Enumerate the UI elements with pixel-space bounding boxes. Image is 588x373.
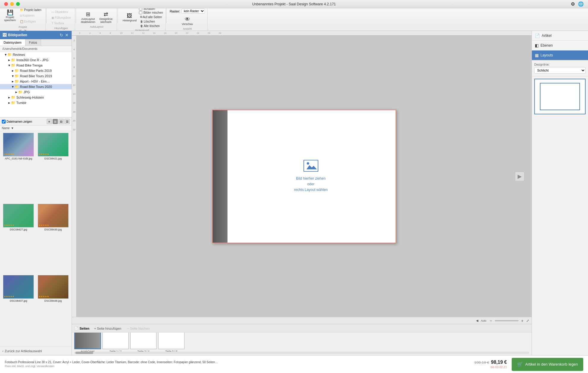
thumb-item-5[interactable]: ★★★★★ DSC08437.jpg xyxy=(2,275,35,345)
thumb-item-4[interactable]: ★★★★★ DSC08430.jpg xyxy=(37,204,70,274)
zoom-fit-icon[interactable]: ⤢ xyxy=(526,319,529,323)
tree-item-road-bike-tours-2020[interactable]: ▾ 📁 Road Bike Tours 2020 xyxy=(0,84,72,89)
thumb-stars-4: ★★★★★ xyxy=(39,224,49,227)
hintergrund-icon: 🖼 xyxy=(127,13,132,18)
zoom-in-button[interactable]: + xyxy=(520,318,524,323)
projekt-speichern-button[interactable]: 💾 Projekt speichern xyxy=(2,9,18,23)
autolayout-deaktivieren-button[interactable]: ⊞ AutoLayout deaktivieren xyxy=(79,11,97,24)
tree-item-tumblr[interactable]: ▸ 📁 Tumblr xyxy=(0,100,72,105)
view-list-button[interactable]: ☰ xyxy=(64,119,70,124)
tree-item-road-bike-tours-2019[interactable]: ▾ 📁 Road Bike Tours 2019 xyxy=(0,73,72,79)
loeschen-button[interactable]: 🗑 Löschen xyxy=(139,20,163,23)
raster-select[interactable]: kein Raster 5mm 10mm xyxy=(181,9,205,14)
alle-loeschen-button[interactable]: 🗑 Alle löschen xyxy=(139,24,163,28)
back-to-articles-link[interactable]: ‹ Zurück zur Artikelauswahl xyxy=(0,347,72,355)
folder-icon: 📁 xyxy=(11,95,15,99)
tree-item-aiport[interactable]: ▸ 📁 Aiport - HSV - Eim… xyxy=(0,79,72,84)
hinzufuegen-row: ▭ Objektbox ▣ Füllungsbox T Textbox xyxy=(50,10,72,26)
page-thumb-img-1-2 xyxy=(102,333,129,349)
raster-label: Raster: xyxy=(170,10,180,13)
textbox-button[interactable]: T Textbox xyxy=(50,21,72,26)
thumb-item-2[interactable]: ★★★★★ DSC08421.jpg xyxy=(37,133,70,203)
thumb-label-2: DSC08421.jpg xyxy=(44,157,62,160)
sidebar-refresh-button[interactable]: ↻ xyxy=(60,33,63,37)
layout-preview[interactable] xyxy=(534,79,586,114)
sidebar-close-button[interactable]: ✕ xyxy=(64,33,69,37)
page-thumb-img-5-6 xyxy=(158,333,185,349)
page-thumb-img-3-4 xyxy=(130,333,157,349)
pages-header: 📄 Seiten + Seite hinzufügen − Seite lösc… xyxy=(72,324,532,333)
close-button[interactable] xyxy=(4,2,8,6)
ruler-mark-12: 12 xyxy=(72,83,76,92)
file-tree: ▾ 📁 Reviews ▸ 📁 Insta360 One R - JPG ▾ 📁… xyxy=(0,52,72,117)
pages-scrollbar[interactable] xyxy=(74,352,529,354)
kopieren-button[interactable]: ⧉ Kopieren xyxy=(18,13,43,18)
fuellungsbox-button[interactable]: ▣ Füllungsbox xyxy=(50,15,72,20)
chevron-icon: ▾ xyxy=(12,85,14,89)
zoom-out-button[interactable]: − xyxy=(489,318,493,323)
tree-item-schleswig-holstein[interactable]: ▸ 📁 Schleswig-Holstein xyxy=(0,95,72,100)
ruler-mark-2: 2 xyxy=(72,39,76,48)
thumb-item-6[interactable]: ★★★★★ DSC08448.jpg xyxy=(37,275,70,345)
thumb-img-4: ★★★★★ xyxy=(38,204,69,227)
view-list-small-button[interactable]: ≡ xyxy=(47,119,52,124)
chevron-right-icon: ▸ xyxy=(15,90,17,94)
page-thumb-1-2[interactable]: Seite 1 / 2 xyxy=(102,333,129,352)
price-old: 108,19 € xyxy=(474,360,489,365)
hintergrund-button[interactable]: 🖼 Hintergrund xyxy=(121,12,138,23)
thumb-item-3[interactable]: ★★★★★ DSC08427.jpg xyxy=(2,204,35,274)
toolbar-projekt-row: 💾 Projekt speichern 📁 Projekt laden ⧉ Ko… xyxy=(2,7,43,24)
settings-icon[interactable]: ⚙ xyxy=(571,1,575,7)
thumb-img-1: ★★★★★ xyxy=(3,133,34,157)
einfuegen-button[interactable]: 📋 Einfügen xyxy=(18,19,43,24)
tab-ebenen[interactable]: ◧ Ebenen xyxy=(532,41,588,50)
maximize-button[interactable] xyxy=(16,2,20,6)
tree-item-road-bike-trenga[interactable]: ▾ 📁 Road Bike Trenga xyxy=(0,63,72,68)
objektbox-button[interactable]: ▭ Objektbox xyxy=(50,10,72,15)
dateinamen-checkbox[interactable]: Dateinamen zeigen xyxy=(2,120,32,124)
textbox-icon: T xyxy=(51,22,53,25)
tree-item-reviews[interactable]: ▾ 📁 Reviews xyxy=(0,52,72,57)
view-grid-small-button[interactable]: ⊞ xyxy=(53,119,58,124)
svg-marker-1 xyxy=(306,165,317,169)
view-grid-medium-button[interactable]: ⊟ xyxy=(59,119,64,124)
page-thumb-5-6[interactable]: Seite 5 / 6 xyxy=(158,333,185,352)
divider-4 xyxy=(166,8,167,23)
auf-alle-seiten-button[interactable]: ⧉ Auf alle Seiten xyxy=(139,15,163,19)
canvas-drop-zone[interactable]: Bild hierher ziehen oder rechts Layout w… xyxy=(294,160,328,193)
tree-item-jpg[interactable]: ▸ 📁 JPG xyxy=(0,89,72,95)
zoom-slider[interactable] xyxy=(495,320,519,321)
tab-fotos[interactable]: Fotos xyxy=(26,39,41,46)
tab-layouts[interactable]: ▦ Layouts xyxy=(532,50,588,60)
canvas-scroll[interactable]: Bild hierher ziehen oder rechts Layout w… xyxy=(77,36,532,317)
folder-icon: 📁 xyxy=(7,53,12,57)
pages-scroll: Acryl-Cover Seite 1 / 2 Seite 3 / 4 Seit… xyxy=(72,333,532,352)
add-icon: + xyxy=(94,327,96,330)
vorschau-button[interactable]: 👁 Vorschau xyxy=(180,16,195,26)
bilder-mischen-checkbox[interactable]: Bilder mischen xyxy=(139,11,163,14)
canvas-next-arrow[interactable]: ▶ xyxy=(515,172,524,181)
designline-select[interactable]: Schlicht Klassisch Modern xyxy=(534,67,586,74)
designlinie-wechseln-button[interactable]: ⇄ Designlinie wechseln xyxy=(98,11,114,24)
minimize-button[interactable] xyxy=(10,2,14,6)
globe-icon[interactable]: 🌐 xyxy=(578,1,584,7)
delete-page-button[interactable]: − Seite löschen xyxy=(126,326,151,331)
page-thumb-3-4[interactable]: Seite 3 / 4 xyxy=(130,333,157,352)
fuellungsbox-icon: ▣ xyxy=(51,16,54,19)
tree-item-road-bike-parts-2019[interactable]: ▸ 📁 Road Bike Parts 2019 xyxy=(0,68,72,73)
thumb-stars-3: ★★★★★ xyxy=(4,224,14,227)
add-page-button[interactable]: + Seite hinzufügen xyxy=(93,326,122,331)
divider-3 xyxy=(118,8,118,23)
thumb-item-1[interactable]: ★★★★★ APC_0181-hdr-Edit.jpg xyxy=(2,133,35,203)
designlinie-icon: ⇄ xyxy=(104,12,108,17)
title-settings: ⚙ 🌐 xyxy=(571,1,584,7)
tab-artikel[interactable]: 📄 Artikel xyxy=(532,31,588,41)
tree-item-insta360[interactable]: ▸ 📁 Insta360 One R - JPG xyxy=(0,57,72,63)
preview-icon: 👁 xyxy=(185,17,190,22)
tab-dateisystem[interactable]: Dateisystem xyxy=(0,39,26,46)
thumb-label-6: DSC08448.jpg xyxy=(44,299,62,302)
page-thumb-cover[interactable]: Acryl-Cover xyxy=(74,333,101,352)
folder-icon: 📁 xyxy=(15,79,19,83)
window-controls[interactable] xyxy=(4,2,20,6)
add-to-cart-button[interactable]: 🛒 Artikel in den Warenkorb legen xyxy=(512,358,583,371)
